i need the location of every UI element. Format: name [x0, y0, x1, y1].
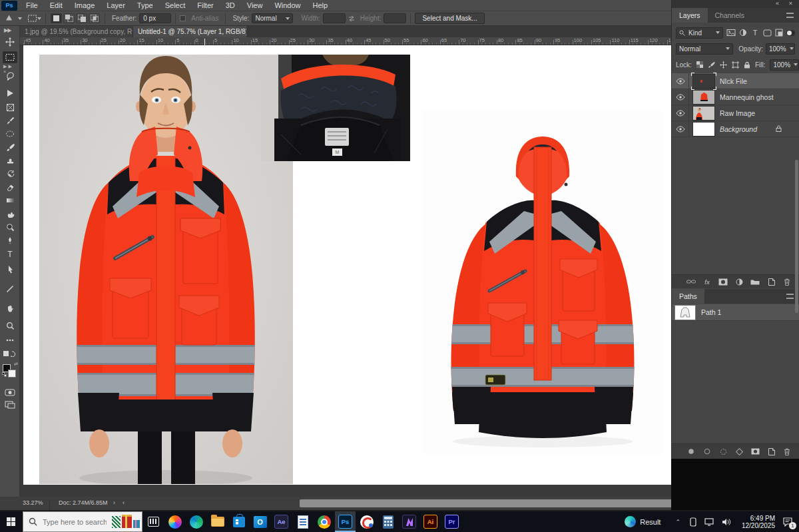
calculator-icon[interactable]: [378, 511, 398, 532]
tab-paths[interactable]: Paths: [672, 289, 704, 304]
delete-layer-button[interactable]: [782, 276, 792, 288]
layer-row[interactable]: Raw Image: [672, 105, 799, 121]
toolbar-collapse-icon[interactable]: ▶▶: [4, 27, 11, 33]
background-color-swatch[interactable]: [8, 370, 16, 378]
new-group-button[interactable]: [750, 276, 760, 288]
quick-mask-button[interactable]: [3, 386, 17, 398]
default-colors-icon[interactable]: [2, 372, 7, 377]
dodge-tool[interactable]: [3, 221, 17, 233]
move-tool[interactable]: [3, 36, 17, 48]
gradient-tool[interactable]: [3, 194, 17, 206]
tool-preset-icon[interactable]: [5, 15, 16, 23]
illustrator-icon[interactable]: Ai: [420, 511, 441, 532]
brush-tool[interactable]: [3, 141, 17, 153]
paint-3d-icon[interactable]: [356, 511, 377, 532]
rectangular-marquee-tool[interactable]: [3, 51, 17, 63]
status-next-icon[interactable]: ›: [113, 499, 115, 506]
lock-artboard-icon[interactable]: [732, 59, 739, 71]
layer-thumbnail[interactable]: [693, 123, 714, 136]
outlook-icon[interactable]: O: [250, 511, 270, 532]
zoom-level[interactable]: 33.27%: [23, 499, 43, 506]
layer-row[interactable]: Mannequin ghost: [672, 89, 799, 105]
menu-item[interactable]: View: [241, 1, 269, 9]
lock-all-icon[interactable]: [744, 59, 750, 71]
fill-path-button[interactable]: [686, 446, 696, 457]
path-selection-tool[interactable]: [3, 263, 17, 275]
layer-visibility-toggle[interactable]: [672, 121, 689, 136]
tab-layers[interactable]: Layers: [672, 8, 708, 23]
hand-tool[interactable]: [3, 302, 17, 314]
anti-alias-checkbox[interactable]: [180, 15, 186, 21]
layer-name[interactable]: Mannequin ghost: [720, 93, 774, 101]
edge-icon[interactable]: [186, 511, 206, 532]
lock-transparency-icon[interactable]: [696, 59, 703, 71]
smudge-tool[interactable]: [3, 208, 17, 220]
filter-shape-layers-icon[interactable]: [762, 27, 772, 39]
lock-position-icon[interactable]: [720, 59, 727, 71]
quick-selection-tool[interactable]: [3, 87, 17, 99]
feather-field[interactable]: 0 px: [139, 13, 171, 23]
lasso-tool[interactable]: [3, 70, 17, 82]
eyedropper-tool[interactable]: [3, 115, 17, 127]
panel-menu-icon[interactable]: [786, 13, 794, 18]
add-vector-mask-button[interactable]: [750, 446, 760, 457]
layer-visibility-toggle[interactable]: [672, 89, 689, 105]
delete-path-button[interactable]: [782, 446, 792, 457]
select-and-mask-button[interactable]: Select and Mask...: [415, 13, 484, 24]
file-explorer-icon[interactable]: [207, 511, 228, 532]
path-name[interactable]: Path 1: [701, 308, 721, 316]
path-thumbnail[interactable]: [675, 306, 695, 320]
intersect-selection-button[interactable]: [89, 13, 100, 23]
taskbar-search[interactable]: [23, 511, 142, 532]
filter-toggle[interactable]: [786, 30, 795, 36]
crop-tool[interactable]: [3, 101, 17, 113]
layer-name[interactable]: Raw Image: [720, 109, 755, 117]
photoshop-taskbar-icon[interactable]: Ps: [335, 511, 356, 532]
zoom-tool[interactable]: [3, 320, 17, 332]
start-button[interactable]: [0, 511, 23, 532]
result-app-icon[interactable]: [625, 516, 636, 527]
menu-item[interactable]: 3D: [220, 1, 241, 9]
history-brush-tool[interactable]: [3, 168, 17, 180]
adjustment-layer-button[interactable]: [734, 276, 744, 288]
swap-colors-icon[interactable]: ⇄: [14, 362, 18, 367]
network-icon[interactable]: [704, 518, 714, 526]
show-hidden-icons[interactable]: ⌃: [675, 519, 680, 525]
filter-smart-objects-icon[interactable]: [774, 27, 784, 39]
path-mask-button[interactable]: [734, 446, 744, 457]
layer-thumbnail[interactable]: [693, 91, 714, 104]
fill-dropdown[interactable]: 100%: [770, 59, 799, 71]
document-tab[interactable]: 1.jpg @ 19.5% (Background copy, RGB/8) *…: [20, 26, 133, 37]
screen-mode-button[interactable]: [3, 399, 17, 411]
marquee-caret-icon[interactable]: [37, 17, 41, 20]
layer-style-button[interactable]: fx: [702, 276, 712, 288]
stroke-path-button[interactable]: [702, 446, 712, 457]
height-field[interactable]: [384, 13, 406, 23]
link-layers-button[interactable]: [686, 276, 696, 288]
close-panel-icon[interactable]: ×: [789, 0, 792, 7]
marquee-tool-icon[interactable]: [27, 14, 37, 23]
collapse-panels-icon[interactable]: «: [776, 0, 779, 7]
menu-item[interactable]: Filter: [191, 1, 219, 9]
filter-pixel-layers-icon[interactable]: [726, 27, 735, 39]
mask-rotate-icons[interactable]: [3, 348, 17, 360]
canvas-surface[interactable]: M: [20, 45, 671, 497]
tool-preset-caret-icon[interactable]: [18, 17, 22, 20]
phone-link-icon[interactable]: [690, 517, 696, 527]
menu-item[interactable]: Window: [268, 1, 306, 9]
edit-toolbar-icon[interactable]: [3, 334, 17, 346]
blend-mode-dropdown[interactable]: Normal: [676, 43, 733, 55]
microsoft-store-icon[interactable]: [228, 511, 249, 532]
layer-thumbnail[interactable]: [693, 107, 714, 120]
width-field[interactable]: [323, 13, 346, 23]
filter-adjustment-layers-icon[interactable]: [738, 27, 748, 39]
copilot-icon[interactable]: [164, 511, 185, 532]
path-row[interactable]: Path 1: [672, 304, 799, 321]
volume-icon[interactable]: [722, 518, 731, 526]
new-selection-button[interactable]: [51, 13, 62, 23]
layer-name[interactable]: Background: [720, 125, 757, 133]
result-app-label[interactable]: Result: [640, 518, 661, 526]
chrome-icon[interactable]: [314, 511, 334, 532]
premiere-icon[interactable]: Pr: [441, 511, 462, 532]
layer-name[interactable]: NIck File: [720, 77, 747, 85]
